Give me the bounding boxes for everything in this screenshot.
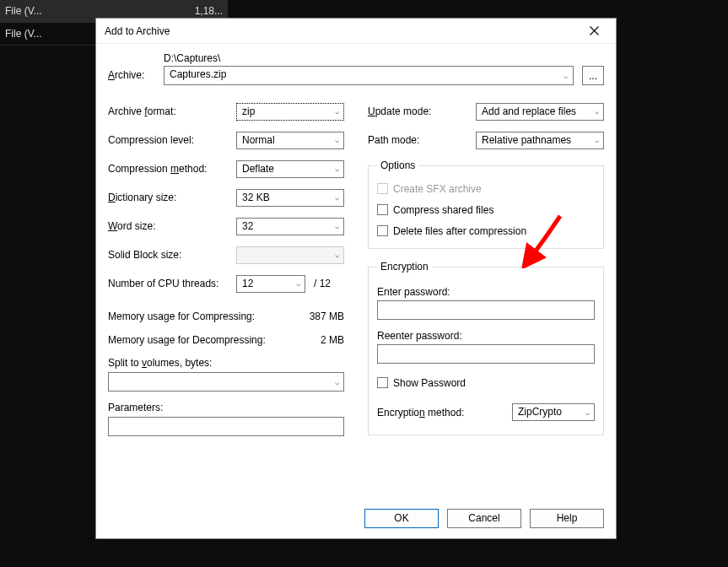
mem-decompress-value: 2 MB [321, 334, 344, 346]
help-button[interactable]: Help [530, 509, 604, 528]
show-password-label: Show Password [393, 377, 466, 389]
delete-checkbox[interactable] [377, 225, 388, 236]
path-mode-select[interactable]: Relative pathnames⌵ [476, 132, 604, 149]
dictionary-size-label: Dictionary size: [108, 192, 236, 203]
chevron-down-icon: ⌵ [585, 408, 590, 417]
archive-format-label: Archive format: [108, 105, 236, 117]
chevron-down-icon: ⌵ [335, 107, 339, 116]
chevron-down-icon: ⌵ [335, 165, 339, 173]
delete-checkbox-row[interactable]: Delete files after compression [377, 220, 595, 241]
titlebar: Add to Archive [96, 19, 616, 44]
compression-method-label: Compression method: [108, 163, 236, 175]
show-password-checkbox[interactable] [377, 377, 388, 388]
shared-checkbox[interactable] [377, 204, 388, 215]
browse-button[interactable]: ... [582, 66, 604, 85]
archive-label: Archive: [108, 52, 164, 81]
file-size: 1,18... [189, 5, 223, 17]
solid-block-select: ⌵ [236, 246, 344, 264]
cpu-threads-select[interactable]: 12⌵ [236, 275, 305, 293]
word-size-label: Word size: [108, 220, 236, 232]
archive-format-select[interactable]: zip⌵ [236, 103, 344, 121]
dictionary-size-select[interactable]: 32 KB⌵ [236, 189, 344, 207]
delete-label: Delete files after compression [393, 225, 526, 237]
mem-decompress-label: Memory usage for Decompressing: [108, 334, 321, 346]
encryption-method-select[interactable]: ZipCrypto⌵ [512, 403, 595, 421]
chevron-down-icon: ⌵ [564, 72, 568, 80]
parameters-label: Parameters: [108, 402, 344, 413]
parameters-input[interactable] [108, 417, 344, 436]
cancel-button[interactable]: Cancel [447, 509, 521, 528]
shared-label: Compress shared files [393, 204, 493, 216]
mem-compress-label: Memory usage for Compressing: [108, 310, 310, 322]
compression-level-label: Compression level: [108, 134, 236, 146]
options-legend: Options [377, 159, 418, 171]
archive-path: D:\Captures\ [164, 52, 604, 64]
chevron-down-icon: ⌵ [335, 378, 339, 386]
cpu-threads-label: Number of CPU threads: [108, 278, 236, 289]
archive-filename: Captures.zip [170, 68, 226, 80]
chevron-down-icon: ⌵ [335, 251, 339, 259]
archive-filename-combo[interactable]: Captures.zip ⌵ [164, 66, 574, 85]
chevron-down-icon: ⌵ [595, 136, 599, 144]
chevron-down-icon: ⌵ [335, 222, 339, 230]
chevron-down-icon: ⌵ [335, 193, 339, 202]
word-size-select[interactable]: 32⌵ [236, 218, 344, 235]
ok-button[interactable]: OK [364, 509, 439, 528]
encryption-group: Encryption Enter password: Reenter passw… [368, 261, 604, 435]
close-icon [590, 26, 599, 35]
show-password-row[interactable]: Show Password [377, 372, 595, 393]
cpu-threads-total: / 12 [314, 278, 331, 289]
add-to-archive-dialog: Add to Archive Archive: D:\Captures\ Cap… [95, 18, 617, 539]
encryption-legend: Encryption [377, 261, 432, 273]
compression-level-select[interactable]: Normal⌵ [236, 132, 344, 149]
file-name: File (V... [5, 5, 189, 17]
encryption-method-label: Encryption method: [377, 407, 505, 418]
chevron-down-icon: ⌵ [335, 136, 339, 144]
close-button[interactable] [579, 19, 609, 43]
sfx-checkbox [377, 183, 388, 194]
update-mode-select[interactable]: Add and replace files⌵ [476, 103, 604, 121]
shared-checkbox-row[interactable]: Compress shared files [377, 199, 595, 220]
split-volumes-label: Split to volumes, bytes: [108, 357, 344, 369]
update-mode-label: Update mode: [368, 105, 476, 117]
path-mode-label: Path mode: [368, 134, 476, 146]
sfx-checkbox-row: Create SFX archive [377, 178, 595, 199]
reenter-password-input[interactable] [377, 344, 595, 364]
options-group: Options Create SFX archive Compress shar… [368, 159, 604, 249]
chevron-down-icon: ⌵ [595, 107, 599, 116]
reenter-password-label: Reenter password: [377, 330, 595, 342]
mem-compress-value: 387 MB [310, 310, 344, 322]
dialog-title: Add to Archive [105, 25, 579, 37]
enter-password-input[interactable] [377, 300, 595, 320]
solid-block-label: Solid Block size: [108, 249, 236, 261]
sfx-label: Create SFX archive [393, 183, 482, 195]
split-volumes-combo[interactable]: ⌵ [108, 372, 344, 392]
enter-password-label: Enter password: [377, 286, 595, 298]
compression-method-select[interactable]: Deflate⌵ [236, 160, 344, 178]
chevron-down-icon: ⌵ [296, 279, 300, 288]
